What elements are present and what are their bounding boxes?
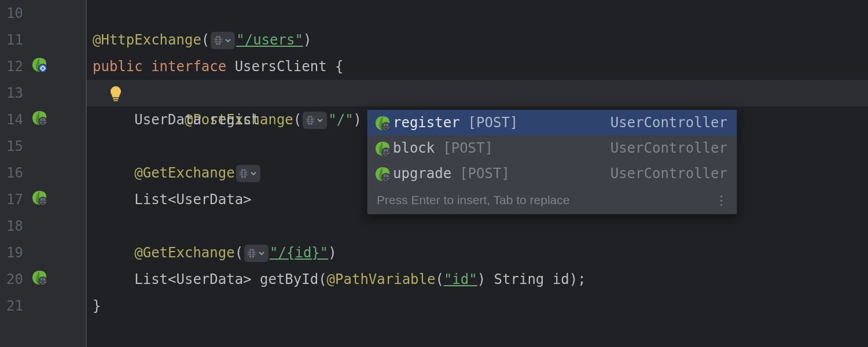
code-line[interactable] bbox=[87, 213, 868, 239]
string-literal: "id" bbox=[444, 271, 477, 287]
url-hint-widget[interactable] bbox=[236, 165, 260, 182]
completion-tail: UserController bbox=[610, 165, 727, 182]
code-line[interactable]: List<UserData> getById(@PathVariable("id… bbox=[87, 266, 868, 293]
intention-bulb-icon[interactable] bbox=[108, 84, 123, 101]
spring-icon[interactable] bbox=[31, 270, 47, 289]
completion-item[interactable]: upgrade [POST] UserController bbox=[367, 161, 737, 186]
annotation: @GetExchange bbox=[134, 245, 234, 261]
more-icon[interactable]: ⋯ bbox=[714, 194, 729, 206]
annotation: @HttpExchange bbox=[93, 32, 201, 48]
url-hint-widget[interactable] bbox=[211, 32, 235, 49]
spring-icon[interactable] bbox=[31, 110, 47, 130]
code-line[interactable]: public interface UsersClient { bbox=[87, 53, 868, 80]
gutter: 10 11 12 13 14 15 16 17 18 19 20 21 bbox=[0, 0, 87, 347]
editor-root: 10 11 12 13 14 15 16 17 18 19 20 21 @Htt… bbox=[0, 0, 868, 347]
completion-verb: [POST] bbox=[468, 115, 518, 131]
completion-item[interactable]: block [POST] UserController bbox=[367, 135, 737, 161]
string-literal: "/{id}" bbox=[270, 245, 328, 261]
completion-footer: Press Enter to insert, Tab to replace ⋯ bbox=[367, 186, 737, 214]
code-line-active[interactable]: @PostExchange("/") bbox=[87, 80, 868, 106]
url-hint-widget[interactable] bbox=[244, 245, 269, 262]
code-line[interactable]: } bbox=[87, 293, 868, 319]
spring-icon[interactable] bbox=[31, 57, 47, 76]
completion-popup: register [POST] UserController block [PO… bbox=[367, 110, 737, 215]
completion-item[interactable]: register [POST] UserController bbox=[367, 110, 737, 135]
code-line[interactable] bbox=[87, 0, 868, 27]
line-number: 20 bbox=[0, 271, 23, 287]
line-number: 19 bbox=[0, 245, 23, 261]
line-number: 11 bbox=[0, 32, 23, 48]
completion-name: upgrade bbox=[393, 165, 451, 182]
code-line[interactable]: @GetExchange("/{id}") bbox=[87, 239, 868, 266]
line-number: 12 bbox=[0, 58, 23, 75]
annotation: @GetExchange bbox=[134, 165, 234, 181]
line-number: 21 bbox=[0, 298, 23, 314]
line-number: 15 bbox=[0, 138, 23, 154]
completion-name: register bbox=[393, 115, 460, 131]
string-literal: "/users" bbox=[236, 32, 303, 48]
spring-icon bbox=[374, 115, 393, 130]
completion-tail: UserController bbox=[610, 140, 727, 156]
line-number: 18 bbox=[0, 218, 23, 234]
spring-icon bbox=[374, 166, 393, 181]
code-area[interactable]: @HttpExchange("/users") public interface… bbox=[87, 0, 868, 347]
completion-verb: [POST] bbox=[459, 165, 510, 182]
completion-hint: Press Enter to insert, Tab to replace bbox=[377, 193, 569, 207]
spring-icon bbox=[374, 141, 393, 156]
annotation: @PathVariable bbox=[327, 271, 436, 287]
line-number: 16 bbox=[0, 165, 23, 181]
completion-name: block bbox=[393, 140, 435, 156]
completion-tail: UserController bbox=[610, 115, 727, 131]
line-number: 10 bbox=[0, 5, 23, 21]
line-number: 13 bbox=[0, 85, 23, 101]
completion-verb: [POST] bbox=[443, 140, 493, 156]
code-line[interactable]: @HttpExchange("/users") bbox=[87, 27, 868, 53]
line-number: 14 bbox=[0, 112, 23, 128]
spring-icon[interactable] bbox=[31, 190, 47, 209]
line-number: 17 bbox=[0, 191, 23, 208]
